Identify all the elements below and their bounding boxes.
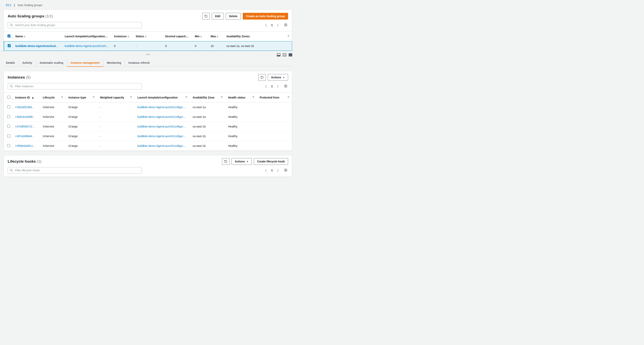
asg-search-input[interactable] [14, 23, 140, 27]
tab-instance-management[interactable]: Instance management [67, 59, 103, 67]
col-launch[interactable]: Launch template/configuration▽ [62, 32, 111, 41]
instance-id-link[interactable]: i-02ka9523b4… [15, 106, 35, 109]
instance-row[interactable]: i-0f38e5a9011…InServicet3.large-buildkit… [4, 141, 292, 151]
col-instance-type[interactable]: Instance type▽ [66, 93, 97, 102]
hooks-actions-button[interactable]: Actions▼ [232, 158, 252, 165]
tab-details[interactable]: Details [4, 59, 19, 67]
col-instance-id[interactable]: Instance ID▲ [12, 93, 40, 102]
settings-button[interactable] [283, 84, 288, 89]
col-instances[interactable]: Instances▽ [111, 32, 133, 41]
breadcrumb-root[interactable]: EC2 [6, 4, 11, 7]
settings-button[interactable] [283, 23, 288, 28]
instance-health: Healthy [226, 131, 257, 141]
refresh-button[interactable] [202, 13, 210, 20]
asg-title-count: (1/1) [45, 14, 53, 18]
asg-launch-link[interactable]: buildkite-demo-AgentLaunchConfig… [65, 45, 110, 48]
instance-row-checkbox[interactable] [7, 125, 10, 128]
instances-title: Instances (5) [8, 75, 30, 80]
col-inst-az[interactable]: Availability Zone▽ [190, 93, 226, 102]
instances-refresh-button[interactable] [258, 74, 266, 81]
col-min[interactable]: Min▽ [192, 32, 208, 41]
asg-row[interactable]: buildkite-demo-AgentAutoScaleGro buildki… [4, 41, 292, 51]
delete-button[interactable]: Delete [226, 13, 241, 20]
instance-health: Healthy [226, 102, 257, 112]
pager-next[interactable]: ❯ [276, 23, 280, 28]
asg-select-all[interactable] [8, 35, 10, 38]
hooks-filter-box[interactable] [8, 167, 142, 173]
tab-activity[interactable]: Activity [19, 59, 36, 67]
col-max[interactable]: Max▽ [208, 32, 224, 41]
instance-row[interactable]: i-07e8f35671f…InServicet3.large-buildkit… [4, 122, 292, 131]
instance-protected [257, 131, 292, 141]
pager-next[interactable]: ❯ [276, 168, 280, 173]
pager-next[interactable]: ❯ [276, 84, 280, 89]
create-asg-button[interactable]: Create an Auto Scaling group [243, 13, 288, 20]
instance-id-link[interactable]: i-0f38e5a9011… [15, 144, 36, 147]
hooks-refresh-button[interactable] [222, 158, 230, 165]
split-divider[interactable] [4, 51, 292, 58]
hooks-filter-input[interactable] [14, 169, 140, 172]
instance-type: t3.large [66, 112, 97, 122]
breadcrumb-current: Auto Scaling groups [18, 4, 42, 7]
asg-az: us-east-1a, us-east-1b [224, 41, 292, 51]
tab-automatic-scaling[interactable]: Automatic scaling [36, 59, 67, 67]
pager-prev[interactable]: ❮ [264, 23, 268, 28]
edit-button[interactable]: Edit [212, 13, 224, 20]
col-desired[interactable]: Desired capacity▽ [162, 32, 192, 41]
tab-monitoring[interactable]: Monitoring [103, 59, 125, 67]
col-lifecycle[interactable]: Lifecycle▽ [40, 93, 66, 102]
instance-row[interactable]: i-063c91e64f6…InServicet3.large-buildkit… [4, 112, 292, 122]
layout-bottom-button[interactable] [277, 53, 280, 57]
instances-title-text: Instances [8, 75, 25, 79]
layout-split-button[interactable] [283, 53, 286, 57]
instance-row[interactable]: i-02ka9523b4…InServicet3.large-buildkite… [4, 102, 292, 112]
pager-prev[interactable]: ❮ [264, 84, 268, 89]
instance-launch-link[interactable]: buildkite-demo-AgentLaunchConfigura… [138, 106, 187, 109]
settings-button[interactable] [283, 168, 288, 173]
col-protected[interactable]: Protected from▽ [257, 93, 292, 102]
instance-row-checkbox[interactable] [7, 144, 10, 147]
hooks-title-text: Lifecycle hooks [8, 159, 36, 163]
instance-lifecycle: InService [40, 112, 66, 122]
asg-row-checkbox[interactable] [8, 44, 11, 47]
col-az[interactable]: Availability Zones▽ [224, 32, 292, 41]
pager-prev[interactable]: ❮ [264, 168, 268, 173]
hooks-panel: Lifecycle hooks (1) Actions▼ Create life… [4, 155, 292, 177]
refresh-icon [204, 15, 208, 18]
asg-pager: ❮ 1 ❯ [264, 23, 288, 28]
col-health[interactable]: Health status▽ [226, 93, 257, 102]
col-status[interactable]: Status▽ [133, 32, 162, 41]
col-name[interactable]: Name▽ [12, 32, 62, 41]
instance-az: us-east-1b [190, 131, 226, 141]
instance-launch-link[interactable]: buildkite-demo-AgentLaunchConfigura… [138, 135, 187, 138]
asg-search-box[interactable] [8, 22, 142, 28]
instance-id-link[interactable]: i-07e8f35671f… [15, 125, 35, 128]
instance-launch-link[interactable]: buildkite-demo-AgentLaunchConfigura… [138, 144, 187, 147]
instance-lifecycle: InService [40, 122, 66, 131]
col-weighted[interactable]: Weighted capacity▽ [97, 93, 135, 102]
instances-actions-button[interactable]: Actions▼ [268, 74, 288, 81]
create-hook-button[interactable]: Create lifecycle hook [254, 158, 288, 165]
gear-icon [284, 169, 287, 172]
asg-name-link[interactable]: buildkite-demo-AgentAutoScaleGro [16, 45, 62, 48]
svg-point-2 [285, 25, 286, 25]
tab-instance-refresh[interactable]: Instance refresh [125, 59, 153, 67]
instance-row-checkbox[interactable] [7, 105, 10, 108]
instances-filter-input[interactable] [14, 85, 140, 88]
instance-launch-link[interactable]: buildkite-demo-AgentLaunchConfigura… [138, 115, 187, 118]
layout-full-button[interactable] [289, 53, 292, 57]
instance-type: t3.large [66, 102, 97, 112]
instance-id-link[interactable]: i-063c91e64f6… [15, 115, 36, 118]
instance-weighted: - [97, 141, 135, 151]
instances-table: Instance ID▲ Lifecycle▽ Instance type▽ W… [4, 93, 292, 151]
hooks-pager: ❮ 1 ❯ [264, 168, 288, 173]
instance-row-checkbox[interactable] [7, 134, 10, 137]
instances-select-all[interactable] [7, 96, 10, 99]
instance-row[interactable]: i-087a2d6844…InServicet3.large-buildkite… [4, 131, 292, 141]
instance-row-checkbox[interactable] [7, 115, 10, 118]
instance-id-link[interactable]: i-087a2d6844… [15, 135, 35, 138]
instances-filter-box[interactable] [8, 83, 142, 89]
instance-launch-link[interactable]: buildkite-demo-AgentLaunchConfigura… [138, 125, 187, 128]
instance-lifecycle: InService [40, 102, 66, 112]
col-inst-launch[interactable]: Launch template/configuration▽ [135, 93, 190, 102]
